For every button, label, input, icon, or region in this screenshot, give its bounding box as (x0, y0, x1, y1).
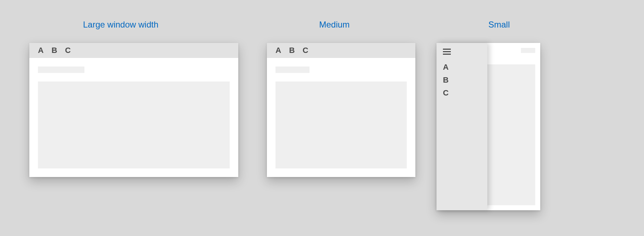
placeholder-title (521, 48, 535, 53)
tab-b[interactable]: B (52, 46, 57, 55)
caption-large: Large window width (83, 20, 158, 30)
nav-flyout: A B C (436, 43, 487, 210)
top-nav-bar: A B C (267, 43, 415, 58)
tab-a[interactable]: A (38, 46, 44, 55)
tab-b[interactable]: B (289, 46, 295, 55)
placeholder-heading (275, 67, 309, 73)
tab-c[interactable]: C (65, 46, 71, 55)
window-small: A B C (436, 43, 540, 210)
tab-a[interactable]: A (443, 63, 487, 72)
window-large: A B C (29, 43, 238, 177)
tab-a[interactable]: A (275, 46, 281, 55)
caption-small: Small (488, 20, 510, 30)
caption-medium: Medium (319, 20, 350, 30)
top-nav-bar: A B C (29, 43, 238, 58)
tab-c[interactable]: C (303, 46, 308, 55)
placeholder-content (38, 82, 230, 168)
hamburger-icon[interactable] (443, 49, 451, 55)
placeholder-content (275, 82, 407, 168)
tab-c[interactable]: C (443, 88, 487, 98)
tab-b[interactable]: B (443, 75, 487, 85)
placeholder-heading (38, 67, 84, 73)
window-medium: A B C (267, 43, 415, 177)
